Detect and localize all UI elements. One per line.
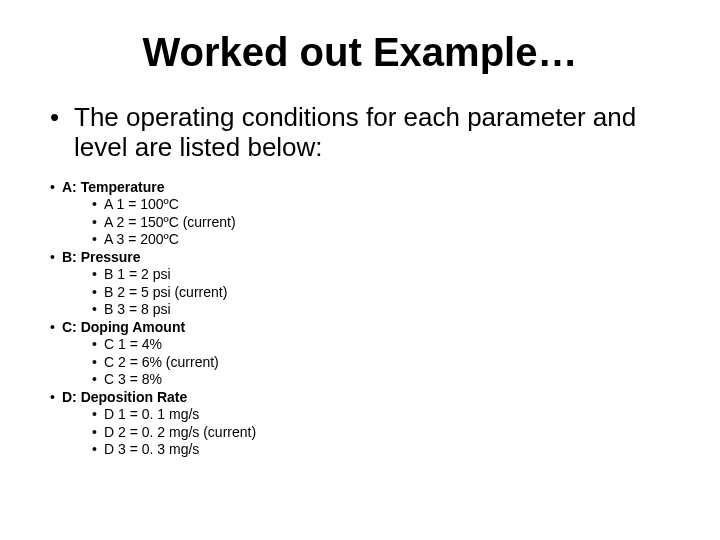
param-c-level-3: C 3 = 8% <box>92 371 680 389</box>
param-c-level-1: C 1 = 4% <box>92 336 680 354</box>
param-a-level-1: A 1 = 100ºC <box>92 196 680 214</box>
param-b-level-2: B 2 = 5 psi (current) <box>92 284 680 302</box>
param-b-level-1: B 1 = 2 psi <box>92 266 680 284</box>
param-d-level-2: D 2 = 0. 2 mg/s (current) <box>92 424 680 442</box>
slide: Worked out Example… The operating condit… <box>0 0 720 540</box>
intro-bullet: The operating conditions for each parame… <box>50 103 680 163</box>
param-d-level-3: D 3 = 0. 3 mg/s <box>92 441 680 459</box>
param-b-head: B: Pressure <box>50 249 680 267</box>
param-a-level-3: A 3 = 200ºC <box>92 231 680 249</box>
param-b-level-3: B 3 = 8 psi <box>92 301 680 319</box>
param-d-level-1: D 1 = 0. 1 mg/s <box>92 406 680 424</box>
param-a-level-2: A 2 = 150ºC (current) <box>92 214 680 232</box>
param-c-level-2: C 2 = 6% (current) <box>92 354 680 372</box>
slide-title: Worked out Example… <box>40 30 680 75</box>
param-a-head: A: Temperature <box>50 179 680 197</box>
parameter-list: A: Temperature A 1 = 100ºC A 2 = 150ºC (… <box>50 179 680 459</box>
param-d-head: D: Deposition Rate <box>50 389 680 407</box>
param-c-head: C: Doping Amount <box>50 319 680 337</box>
